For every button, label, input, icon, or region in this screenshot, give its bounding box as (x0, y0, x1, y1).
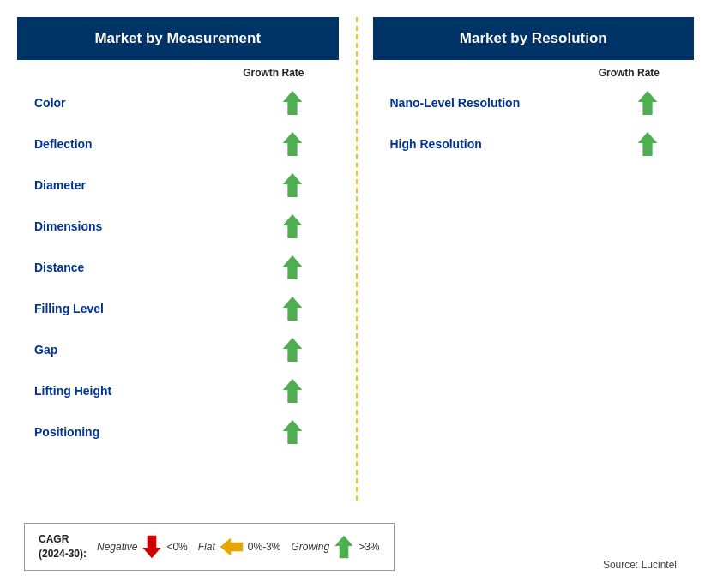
legend-growing-label: Growing (291, 541, 329, 553)
growth-arrow-color (280, 89, 304, 117)
growth-arrow-dimensions (280, 213, 304, 240)
legend-green-arrow-up (333, 534, 355, 560)
item-label-nano: Nano-Level Resolution (390, 96, 521, 110)
svg-marker-3 (282, 214, 302, 238)
legend-growing-range: >3% (359, 541, 379, 553)
legend-flat: Flat 0%-3% (198, 536, 281, 558)
svg-marker-8 (282, 420, 302, 444)
svg-marker-0 (282, 91, 302, 115)
dashed-line (356, 17, 358, 501)
item-label-deflection: Deflection (34, 137, 93, 151)
item-label-dimensions: Dimensions (34, 219, 102, 233)
svg-marker-1 (282, 132, 302, 156)
item-label-filling-level: Filling Level (34, 302, 104, 315)
legend-box: CAGR (2024-30): Negative <0% Flat 0%-3% … (24, 523, 395, 571)
svg-marker-12 (220, 538, 243, 556)
svg-marker-7 (282, 379, 302, 403)
list-item: Distance (17, 247, 339, 288)
list-item: Dimensions (17, 206, 339, 247)
growth-arrow-filling-level (280, 295, 304, 322)
svg-marker-9 (638, 91, 658, 115)
svg-marker-10 (638, 132, 658, 156)
growth-arrow-lifting-height (280, 377, 304, 405)
right-panel-header: Market by Resolution (373, 17, 695, 60)
left-panel-title: Market by Measurement (94, 30, 261, 46)
item-label-diameter: Diameter (34, 178, 86, 192)
left-panel-header: Market by Measurement (17, 17, 339, 60)
legend-negative-range: <0% (166, 541, 187, 553)
growth-arrow-distance (280, 254, 304, 281)
growth-arrow-deflection (280, 130, 304, 158)
divider (339, 17, 373, 501)
legend-flat-label: Flat (198, 541, 215, 553)
item-label-high-resolution: High Resolution (390, 137, 482, 151)
legend-growing: Growing >3% (291, 534, 379, 560)
list-item: Color (17, 82, 339, 123)
growth-arrow-diameter (280, 171, 304, 199)
list-item: Filling Level (17, 288, 339, 329)
growth-arrow-high-resolution (636, 130, 660, 158)
growth-arrow-positioning (280, 418, 304, 446)
list-item: High Resolution (373, 123, 695, 165)
list-item: Positioning (17, 411, 339, 453)
svg-marker-11 (143, 536, 161, 558)
item-label-distance: Distance (34, 261, 84, 274)
left-growth-rate-label: Growth Rate (17, 60, 339, 82)
legend-negative: Negative <0% (97, 534, 188, 560)
list-item: Gap (17, 329, 339, 370)
item-label-lifting-height: Lifting Height (34, 384, 111, 398)
right-panel: Market by Resolution Growth Rate Nano-Le… (373, 17, 695, 501)
legend-flat-range: 0%-3% (248, 541, 281, 553)
list-item: Deflection (17, 123, 339, 165)
item-label-positioning: Positioning (34, 425, 99, 439)
list-item: Diameter (17, 165, 339, 206)
main-content: Market by Measurement Growth Rate Color … (17, 17, 694, 501)
growth-arrow-gap (280, 336, 304, 363)
legend-negative-label: Negative (97, 541, 137, 553)
source-text: Source: Lucintel (603, 559, 694, 571)
left-panel: Market by Measurement Growth Rate Color … (17, 17, 339, 501)
svg-marker-6 (282, 338, 302, 362)
item-label-gap: Gap (34, 343, 57, 357)
item-label-color: Color (34, 96, 66, 110)
svg-marker-13 (335, 536, 353, 558)
svg-marker-5 (282, 297, 302, 321)
svg-marker-2 (282, 173, 302, 197)
svg-marker-4 (282, 255, 302, 279)
list-item: Nano-Level Resolution (373, 82, 695, 123)
growth-arrow-nano (636, 89, 660, 117)
right-growth-rate-label: Growth Rate (373, 60, 695, 82)
list-item: Lifting Height (17, 370, 339, 411)
legend-red-arrow-down (141, 534, 163, 560)
legend-cagr: CAGR (2024-30): (39, 532, 87, 561)
bottom-row: CAGR (2024-30): Negative <0% Flat 0%-3% … (17, 509, 694, 571)
legend-orange-arrow-right (219, 536, 244, 558)
right-panel-title: Market by Resolution (460, 30, 607, 46)
